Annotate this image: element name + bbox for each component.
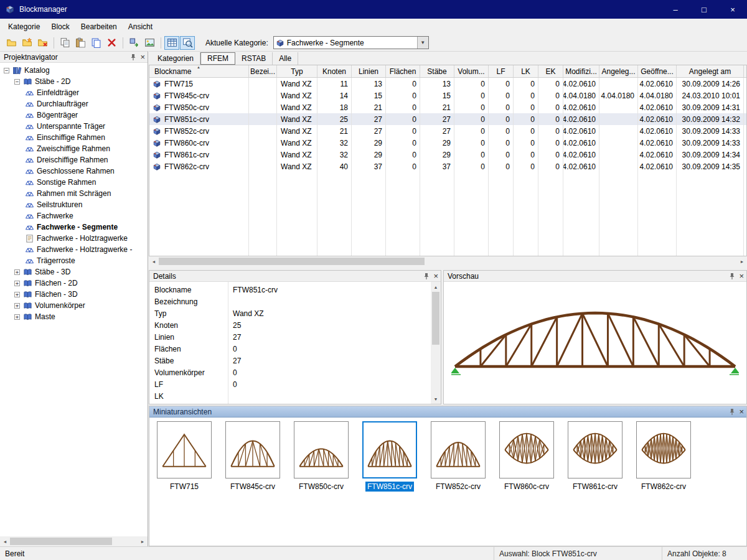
pin-icon[interactable] [728,273,736,280]
new-category-button[interactable] [4,36,19,50]
table-row-ftw715[interactable]: FTW715Wand XZ111301300004.02.06104.02.06… [149,78,746,90]
pin-icon[interactable] [423,273,430,280]
tree-item-geschlossene-rahmen[interactable]: Geschlossene Rahmen [0,166,148,177]
close-icon[interactable]: × [739,408,744,416]
pin-icon[interactable] [129,54,137,61]
tree-item-b-gentr-ger[interactable]: Bögenträger [0,110,148,121]
close-icon[interactable]: × [140,53,145,61]
column-header-angelegt-am[interactable]: Angelegt am [677,65,744,77]
scroll-track[interactable] [431,292,441,394]
scroll-thumb[interactable] [432,292,439,345]
table-horizontal-scrollbar[interactable]: ◄ ► [149,256,747,266]
pin-icon[interactable] [728,408,736,416]
scroll-up-button[interactable]: ▲ [431,282,441,292]
tree-item-fachwerke-holztragwerke[interactable]: Fachwerke - Holztragwerke - [0,244,148,255]
tree-item-sonstige-rahmen[interactable]: Sonstige Rahmen [0,177,148,188]
tree-item-durchlauftr-ger[interactable]: Durchlaufträger [0,98,148,110]
tree-expand-toggle[interactable]: + [14,269,20,275]
scroll-track[interactable] [10,536,138,546]
table-row-ftw852c-crv[interactable]: FTW852c-crvWand XZ212702700004.02.06104.… [149,125,746,137]
tree-item-tr-gerroste[interactable]: Trägerroste [0,255,148,266]
tree-item-volumenk-rper[interactable]: +Volumenkörper [0,300,148,311]
details-vertical-scrollbar[interactable]: ▲ ▼ [431,282,441,404]
paste-block-button[interactable] [73,36,88,50]
tree-expand-toggle[interactable]: − [4,68,9,73]
column-header-knoten[interactable]: Knoten [317,65,352,77]
thumbnail-ftw715[interactable]: FTW715 [157,421,212,492]
tree-item-dreischiffige-rahmen[interactable]: Dreischiffige Rahmen [0,154,148,166]
tree-item-einfeldtr-ger[interactable]: Einfeldträger [0,87,148,98]
view-table-toggle[interactable] [164,36,179,50]
delete-category-button[interactable] [35,36,50,50]
tree-item-fachwerke[interactable]: Fachwerke [0,210,148,222]
tree-item-fachwerke-holztragwerke[interactable]: Fachwerke - Holztragwerke [0,233,148,244]
tree-item-unterspannte-tr-ger[interactable]: Unterspannte Träger [0,121,148,132]
scroll-left-button[interactable]: ◄ [0,536,10,546]
column-header-modifizi[interactable]: Modifizi... [563,65,599,77]
scroll-left-button[interactable]: ◄ [149,256,159,266]
tree-item-rahmen-mit-schr-gen[interactable]: Rahmen mit Schrägen [0,188,148,199]
tree-item-fachwerke-segmente[interactable]: Fachwerke - Segmente [0,222,148,233]
tab-alle[interactable]: Alle [273,52,298,65]
table-row-ftw851c-crv[interactable]: FTW851c-crvWand XZ252702700004.02.06104.… [149,113,746,125]
thumbnail-ftw861c-crv[interactable]: FTW861c-crv [568,421,622,492]
chevron-down-icon[interactable]: ▼ [417,37,428,49]
minimize-button[interactable]: – [661,0,690,19]
copy-block-button[interactable] [57,36,72,50]
column-header-bezei[interactable]: Bezei... [249,65,277,77]
column-header-angeleg[interactable]: Angeleg... [599,65,638,77]
menu-kategorie[interactable]: Kategorie [2,21,45,33]
column-header-fl-chen[interactable]: Flächen [386,65,420,77]
menu-block[interactable]: Block [45,21,75,33]
menu-ansicht[interactable]: Ansicht [123,21,158,33]
category-dropdown[interactable]: Fachwerke - Segmente ▼ [273,36,429,49]
column-header-lk[interactable]: LK [514,65,538,77]
scroll-right-button[interactable]: ► [138,536,148,546]
scroll-right-button[interactable]: ► [737,256,747,266]
column-header-typ[interactable]: Typ [277,65,317,77]
table-row-ftw860c-crv[interactable]: FTW860c-crvWand XZ322902900004.02.06104.… [149,137,746,149]
delete-block-button[interactable] [104,36,119,50]
tree-item-fl-chen-2d[interactable]: +Flächen - 2D [0,278,148,289]
tree-expand-toggle[interactable]: + [14,303,20,309]
tree-expand-toggle[interactable]: + [14,292,20,297]
close-icon[interactable]: × [433,272,438,280]
tab-rfem[interactable]: RFEM [200,52,235,65]
table-row-ftw850c-crv[interactable]: FTW850c-crvWand XZ182102100004.02.06104.… [149,101,746,113]
tree-item-maste[interactable]: +Maste [0,311,148,322]
tab-kategorien[interactable]: Kategorien [151,52,200,65]
export-block-button[interactable] [126,36,141,50]
tree-item-einschiffige-rahmen[interactable]: Einschiffige Rahmen [0,132,148,143]
view-preview-toggle[interactable] [180,36,195,50]
scroll-track[interactable] [159,256,737,266]
tree-expand-toggle[interactable]: + [14,281,20,286]
maximize-button[interactable]: □ [690,0,718,19]
column-header-st-be[interactable]: Stäbe [420,65,454,77]
table-row-ftw862c-crv[interactable]: FTW862c-crvWand XZ403703700004.02.06104.… [149,161,746,172]
duplicate-block-button[interactable] [88,36,103,50]
tree-item-st-be-3d[interactable]: +Stäbe - 3D [0,266,148,278]
thumbnail-ftw850c-crv[interactable]: FTW850c-crv [294,421,349,492]
scroll-thumb[interactable] [159,258,425,265]
tree-expand-toggle[interactable]: − [14,79,20,85]
thumbnail-ftw862c-crv[interactable]: FTW862c-crv [636,421,691,492]
column-header-ge-ffne[interactable]: Geöffne... [638,65,677,77]
image-button[interactable] [142,36,157,50]
tree-item-seilstrukturen[interactable]: Seilstrukturen [0,199,148,210]
thumbnail-ftw852c-crv[interactable]: FTW852c-crv [431,421,486,492]
tree-expand-toggle[interactable]: + [14,314,20,320]
thumbnail-ftw845c-crv[interactable]: FTW845c-crv [225,421,280,492]
thumbnail-ftw851c-crv[interactable]: FTW851c-crv [362,421,417,492]
menu-bearbeiten[interactable]: Bearbeiten [75,21,123,33]
column-header-volum[interactable]: Volum... [454,65,489,77]
tree-item-katalog[interactable]: −Katalog [0,65,148,76]
sidebar-horizontal-scrollbar[interactable]: ◄ ► [0,536,148,546]
close-button[interactable]: × [718,0,747,19]
table-row-ftw861c-crv[interactable]: FTW861c-crvWand XZ322902900004.02.06104.… [149,149,746,161]
thumbnail-ftw860c-crv[interactable]: FTW860c-crv [499,421,554,492]
tree-item-fl-chen-3d[interactable]: +Flächen - 3D [0,289,148,300]
column-header-ek[interactable]: EK [538,65,563,77]
column-header-linien[interactable]: Linien [352,65,386,77]
edit-category-button[interactable] [19,36,34,50]
scroll-thumb[interactable] [10,538,112,545]
